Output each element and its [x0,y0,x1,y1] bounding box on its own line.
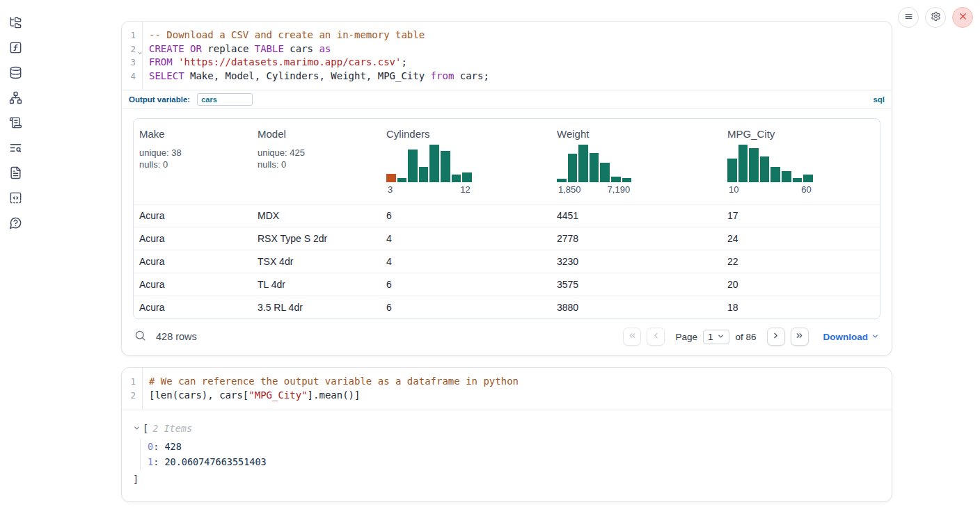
table-search-button[interactable] [134,330,146,344]
page-select[interactable]: 1 [703,330,730,344]
table-row[interactable]: AcuraRSX Type S 2dr4277824 [134,227,880,250]
tree-entry: 0: 428 [148,439,880,455]
output-variable-input[interactable] [197,93,253,106]
python-editor[interactable]: 1# We can reference the output variable … [122,368,892,409]
column-histogram: 312 [386,145,472,195]
table-cell: 4 [381,256,551,267]
code-line[interactable]: 2[len(cars), cars["MPG_City"].mean()] [122,389,892,403]
row-count: 428 rows [156,331,197,342]
sidebar-item-variables[interactable] [8,42,22,55]
table-row[interactable]: Acura3.5 RL 4dr6388018 [134,296,880,319]
column-header-cylinders[interactable]: Cylinders312 [381,119,551,204]
table-cell: 17 [722,210,880,221]
histogram-bar [803,175,813,182]
histogram-bar [600,163,610,183]
entry-key: 1 [148,456,153,467]
gear-icon [931,11,941,24]
line-number: 1 [122,375,142,389]
output-variable-label: Output variable: [129,95,190,104]
first-page-button[interactable] [623,328,641,346]
topbar-actions [898,7,973,28]
sidebar-item-documentation[interactable] [8,167,22,180]
histogram-bar [738,145,748,182]
column-header-weight[interactable]: Weight1,8507,190 [551,119,722,204]
line-number: 1 [122,29,142,42]
code-line[interactable]: 2CREATE OR replace TABLE cars as [122,42,892,56]
open-bracket: [ [143,423,148,434]
histogram-bar [782,171,791,183]
histogram-bar [429,145,439,182]
data-table: Makeunique: 38nulls: 0Modelunique: 425nu… [133,118,880,319]
entry-key: 0 [148,441,153,452]
last-page-button[interactable] [791,328,809,346]
table-row[interactable]: AcuraTL 4dr6357520 [134,273,880,296]
column-stat: nulls: 0 [139,159,246,170]
square-code-icon [9,191,22,207]
text-search-icon [9,141,22,156]
tree-entry: 1: 20.060747663551403 [148,454,880,470]
column-stats: unique: 425nulls: 0 [258,147,375,170]
code-line[interactable]: 4SELECT Make, Model, Cylinders, Weight, … [122,70,892,83]
code-text: -- Download a CSV and create an in-memor… [142,29,425,42]
tree-entries: 0: 4281: 20.060747663551403 [140,439,880,470]
language-badge[interactable]: sql [873,95,885,104]
column-name: Make [139,128,246,140]
table-cell: 18 [722,302,880,313]
table-cell: Acura [134,256,252,267]
axis-max-label: 60 [801,184,811,195]
table-row[interactable]: AcuraTSX 4dr4323022 [134,250,880,273]
axis-max-label: 7,190 [608,184,631,195]
table-cell: Acura [134,302,252,313]
column-stats: unique: 38nulls: 0 [139,147,246,170]
sql-editor[interactable]: 1-- Download a CSV and create an in-memo… [122,22,892,90]
code-text: # We can reference the output variable a… [142,375,519,389]
table-cell: 3.5 RL 4dr [252,302,381,313]
sidebar-item-file-explorer[interactable] [8,17,22,30]
sidebar-item-scratchpad[interactable] [8,117,22,130]
next-page-button[interactable] [767,328,785,346]
folder-tree-icon [9,16,22,31]
column-header-make[interactable]: Makeunique: 38nulls: 0 [134,119,252,204]
table-row[interactable]: AcuraMDX6445117 [134,204,880,227]
chevron-down-icon [717,332,725,342]
code-line[interactable]: 3FROM 'https://datasets.marimo.app/cars.… [122,56,892,70]
histogram-bar [557,179,567,182]
sidebar-item-data-sources[interactable] [8,67,22,80]
sidebar-item-logs[interactable] [8,142,22,155]
histogram-axis: 312 [386,184,472,195]
search-icon [134,330,146,344]
collapse-chevron-icon[interactable] [133,424,141,432]
histogram-bar [611,177,621,183]
sidebar-item-snippets[interactable] [8,192,22,205]
table-cell: TSX 4dr [252,256,381,267]
code-line[interactable]: 1# We can reference the output variable … [122,375,892,389]
histogram-bar [441,151,450,182]
items-count-label: 2 Items [152,423,192,434]
prev-page-button[interactable] [647,328,665,346]
menu-button[interactable] [898,7,919,28]
line-number: 3 [122,56,142,70]
line-number: 2 [122,389,142,403]
histogram-bars [727,145,813,182]
shutdown-button[interactable] [952,7,973,28]
column-header-model[interactable]: Modelunique: 425nulls: 0 [252,119,381,204]
table-cell: 6 [381,210,551,221]
chevrons-left-icon [628,331,637,342]
table-cell: 6 [381,302,551,313]
code-line[interactable]: 1-- Download a CSV and create an in-memo… [122,29,892,42]
histogram-bar [578,145,588,182]
axis-min-label: 1,850 [558,184,581,195]
histogram-bar [397,178,407,183]
sidebar-item-help[interactable] [8,217,22,230]
database-icon [9,66,22,81]
histogram-bars [557,145,631,182]
pagination: Page 1 of 86 [623,328,808,346]
sidebar-item-dependency-graph[interactable] [8,92,22,105]
table-cell: 3880 [551,302,722,313]
settings-button[interactable] [925,7,946,28]
file-text-icon [9,166,22,182]
column-histogram: 1,8507,190 [557,145,631,195]
column-header-mpg_city[interactable]: MPG_City1060 [722,119,880,204]
sql-cell: 1-- Download a CSV and create an in-memo… [121,21,892,356]
download-button[interactable]: Download [823,332,880,342]
